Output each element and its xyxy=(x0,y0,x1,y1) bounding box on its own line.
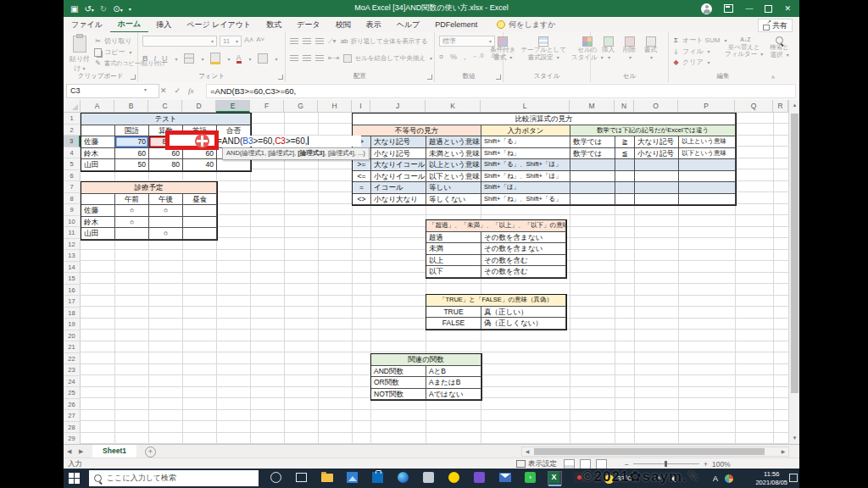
cell[interactable] xyxy=(679,194,736,206)
column-header-H[interactable]: H xyxy=(318,100,352,113)
row-header-5[interactable]: 5 xyxy=(64,158,81,170)
delete-cells-button[interactable]: 削除▾ xyxy=(623,36,636,74)
increase-font-icon[interactable]: A˄ xyxy=(244,36,253,47)
messenger-app-icon[interactable]: › xyxy=(525,472,537,485)
store-icon[interactable] xyxy=(372,472,385,485)
cell[interactable]: 鈴木 xyxy=(81,217,115,229)
cell[interactable]: 鈴木 xyxy=(81,148,115,160)
cell[interactable] xyxy=(115,228,149,240)
dialog-launcher-icon[interactable] xyxy=(496,75,501,80)
scroll-up-icon[interactable]: ▲ xyxy=(789,100,800,111)
row-header-27[interactable]: 27 xyxy=(64,410,81,422)
column-header-D[interactable]: D xyxy=(182,100,216,113)
zoom-slider-knob[interactable] xyxy=(665,461,667,467)
excel-taskbar-icon[interactable]: X xyxy=(548,472,561,485)
indent-icon[interactable]: ⇤⇥ xyxy=(328,54,339,62)
decrease-font-icon[interactable]: A˅ xyxy=(256,36,264,47)
cell[interactable]: = xyxy=(353,182,371,194)
column-header-O[interactable]: O xyxy=(634,100,678,113)
column-header-M[interactable]: M xyxy=(570,100,615,113)
cell[interactable]: イコール xyxy=(371,182,426,194)
cell[interactable]: 大なり記号 xyxy=(371,136,426,148)
bold-button[interactable]: B xyxy=(142,54,148,63)
scroll-left-icon[interactable]: ◀ xyxy=(522,447,532,456)
cell[interactable]: Shift+「ね」 xyxy=(481,148,570,160)
column-label[interactable]: 午後 xyxy=(149,194,183,206)
cell[interactable]: 小なり大なり xyxy=(371,194,426,206)
row-header-13[interactable]: 13 xyxy=(64,250,81,262)
font-size-box[interactable]: 11▾ xyxy=(220,36,242,47)
close-button[interactable]: ✕ xyxy=(784,4,791,13)
cell[interactable]: ≦ xyxy=(615,148,635,160)
cell[interactable]: <= xyxy=(353,171,371,183)
dialog-launcher-icon[interactable] xyxy=(427,75,432,80)
merge-center-button[interactable]: セルを結合して中央揃え▾ xyxy=(343,53,432,64)
cell[interactable]: 大なり記号 xyxy=(635,136,679,148)
cell[interactable]: ○ xyxy=(149,205,183,217)
cell[interactable]: 等しい xyxy=(426,182,481,194)
cell[interactable]: Shift+「ね」、Shift+「ほ」 xyxy=(481,171,570,183)
autosum-button[interactable]: Σオート SUM▾ xyxy=(672,35,726,46)
cell[interactable] xyxy=(183,228,217,240)
account-avatar[interactable] xyxy=(701,3,712,14)
column-header-Q[interactable]: Q xyxy=(735,100,773,113)
cell[interactable]: 数学では xyxy=(570,136,615,148)
zoom-level[interactable]: 100% xyxy=(712,460,731,469)
column-header-F[interactable]: F xyxy=(250,100,284,113)
table-title[interactable]: 比較演算式の見方 xyxy=(353,114,736,125)
cell[interactable]: 超過という意味 xyxy=(426,136,481,148)
cell[interactable] xyxy=(570,171,615,183)
cell[interactable]: ○ xyxy=(115,205,149,217)
column-label[interactable]: 午前 xyxy=(115,194,149,206)
cell[interactable]: 大なりイコール xyxy=(371,159,426,171)
align-middle-icon[interactable] xyxy=(303,38,311,45)
cell[interactable]: 以下という意味 xyxy=(426,171,481,183)
table-title[interactable]: 「TRUE」と「FALSE」の意味（真偽） xyxy=(426,295,566,307)
cell[interactable] xyxy=(679,182,736,194)
borders-icon[interactable] xyxy=(184,53,194,64)
column-header-E[interactable]: E xyxy=(216,100,250,113)
formula-input[interactable]: =AND(B3>=60,C3>=60, xyxy=(206,84,796,98)
scroll-right-icon[interactable]: ▶ xyxy=(778,447,788,456)
maximize-button[interactable] xyxy=(765,5,772,13)
cell[interactable]: 以上という意味 xyxy=(679,136,736,148)
cell[interactable] xyxy=(183,217,217,229)
cell[interactable]: ○ xyxy=(149,228,183,240)
align-bottom-icon[interactable] xyxy=(315,38,324,45)
row-header-8[interactable]: 8 xyxy=(64,193,81,205)
dialog-launcher-icon[interactable] xyxy=(131,75,136,80)
phonetic-guide-icon[interactable] xyxy=(258,53,268,64)
vertical-scroll-thumb[interactable] xyxy=(791,114,798,393)
align-right-icon[interactable] xyxy=(315,55,324,62)
cell[interactable] xyxy=(679,159,736,171)
zoom-in-icon[interactable]: + xyxy=(704,460,708,469)
photos-icon[interactable] xyxy=(347,472,359,485)
row-header-29[interactable]: 29 xyxy=(64,433,81,445)
conditional-formatting-button[interactable]: 条件付き書式 ▾ xyxy=(490,36,515,74)
vertical-scrollbar[interactable]: ▲ ▼ xyxy=(788,100,799,444)
ime-indicator[interactable]: A xyxy=(713,469,718,488)
row-header-12[interactable]: 12 xyxy=(64,239,81,251)
cell[interactable]: 佐藤 xyxy=(81,136,115,148)
share-button[interactable]: 共有 xyxy=(758,19,793,32)
table-title[interactable]: 「超過」、「未満」、「以上」、「以下」の意味 xyxy=(426,220,566,232)
column-header-P[interactable]: P xyxy=(678,100,735,113)
row-header-7[interactable]: 7 xyxy=(64,181,81,193)
cell[interactable]: その数を含まない xyxy=(481,243,566,255)
cell[interactable]: NOT関数 xyxy=(371,389,426,401)
row-header-15[interactable]: 15 xyxy=(64,273,81,285)
column-header-L[interactable]: L xyxy=(481,100,570,113)
sort-filter-button[interactable]: A↓Z 並べ替えとフィルター ▾ xyxy=(725,36,763,58)
align-left-icon[interactable] xyxy=(290,55,298,62)
italic-button[interactable]: I xyxy=(154,54,157,63)
cell[interactable]: AとB xyxy=(426,366,481,378)
sheet-prev-icon[interactable]: ◀ xyxy=(67,445,71,458)
cell[interactable]: 60 xyxy=(115,148,149,160)
cell-b3[interactable]: 70 xyxy=(115,136,149,148)
row-header-20[interactable]: 20 xyxy=(64,330,81,342)
font-color-icon[interactable]: A xyxy=(236,54,242,64)
row-header-14[interactable]: 14 xyxy=(64,262,81,274)
column-label[interactable]: 昼食 xyxy=(183,194,217,206)
cell[interactable]: OR関数 xyxy=(371,377,426,389)
cell[interactable] xyxy=(570,182,615,194)
